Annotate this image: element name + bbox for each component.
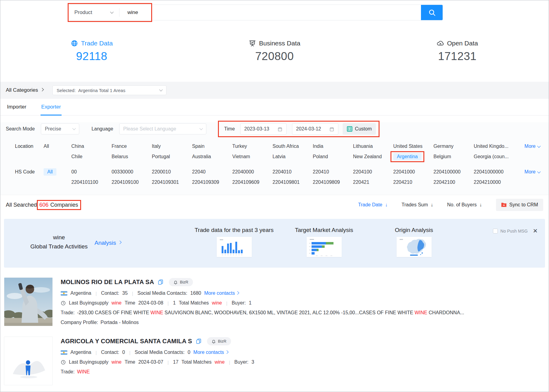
trade-description-row: Trade:-293,00 CASES OF FINE WHITE WINE S… <box>61 310 545 315</box>
location-option[interactable]: Belarus <box>112 154 152 159</box>
hs-code-option[interactable]: 2204109301 <box>152 180 192 185</box>
selected-label: Selected: <box>57 88 76 93</box>
hs-code-option[interactable] <box>44 180 71 185</box>
category-band: All Categories Selected: Argentina Total… <box>0 82 549 99</box>
calendar-icon <box>277 127 283 132</box>
location-option[interactable]: Belgium <box>433 154 474 159</box>
company-name[interactable]: MOLINOS RIO DE LA PLATA SA <box>61 279 154 286</box>
search-button[interactable] <box>421 5 443 20</box>
hs-code-option[interactable]: 2204210 <box>393 180 433 185</box>
stat-open-data[interactable]: Open Data 171231 <box>366 32 549 82</box>
banner-card-target-market[interactable]: Target Market Analysis <box>279 227 369 257</box>
company-illustration[interactable] <box>4 337 53 385</box>
hs-code-option[interactable]: 2204109809 <box>313 180 353 185</box>
language-select[interactable]: Please Select Language <box>119 123 206 134</box>
location-option[interactable]: Italy <box>152 144 192 149</box>
company-name[interactable]: AGRICOLA Y COMERCIAL SANTA CAMILA S <box>61 338 192 345</box>
location-option[interactable]: Georgia (coun... <box>474 154 514 159</box>
sort-trade-date[interactable]: Trade Date ↓ <box>358 202 387 208</box>
location-option[interactable]: United Kingdo... <box>474 144 514 149</box>
location-option[interactable]: Poland <box>313 154 353 159</box>
contact-count: 35 <box>122 290 128 296</box>
stat-label: Trade Data <box>81 40 113 47</box>
company-photo[interactable] <box>4 277 53 326</box>
location-more-link[interactable]: More <box>525 144 540 149</box>
hs-code-option[interactable]: 00330000 <box>112 169 152 175</box>
search-mode-select[interactable]: Precise <box>41 123 79 134</box>
hs-code-option[interactable]: 2204100 <box>353 169 393 175</box>
company-meta-row: Argentina | Contact: 35 | Social Media C… <box>61 290 545 296</box>
results-prefix: All Searched <box>6 202 37 208</box>
analysis-link[interactable]: Analysis <box>94 240 121 246</box>
location-option[interactable]: Chile <box>71 154 112 159</box>
search-type-label: Product <box>74 9 92 16</box>
time-label: Time <box>224 126 235 132</box>
custom-date-button[interactable]: Custom <box>343 123 376 135</box>
hs-code-option[interactable]: All <box>44 168 71 176</box>
location-option[interactable]: Vietnam <box>232 154 273 159</box>
stat-value: 720800 <box>255 50 294 63</box>
hs-code-option[interactable]: 00 <box>71 169 112 175</box>
location-option[interactable]: All <box>44 144 71 149</box>
stat-trade-data[interactable]: Trade Data 92118 <box>0 32 183 82</box>
location-option[interactable] <box>44 154 71 159</box>
banner-card-trade-data[interactable]: Trade data for the past 3 years <box>187 227 281 257</box>
stat-business-data[interactable]: Business Data 720800 <box>183 32 366 82</box>
sort-trades-sum[interactable]: Trades Sum ↓ <box>401 202 433 208</box>
location-option[interactable]: Spain <box>192 144 232 149</box>
hs-code-option[interactable]: 2204101100 <box>71 180 112 185</box>
bell-icon <box>212 339 216 344</box>
hs-code-more-link[interactable]: More <box>525 169 540 175</box>
keyword-highlight: wine <box>112 359 122 365</box>
hs-code-option[interactable]: 2204210000 <box>474 180 514 185</box>
location-option[interactable]: Australia <box>192 154 232 159</box>
hs-code-option[interactable]: 2204100000 <box>433 169 474 175</box>
close-icon[interactable]: ✕ <box>533 228 538 234</box>
bizr-badge[interactable]: BizR <box>169 278 193 286</box>
hs-code-option[interactable]: 2204109609 <box>232 180 273 185</box>
date-to-input[interactable]: 2024-03-12 <box>292 123 338 135</box>
location-option[interactable]: Germany <box>433 144 474 149</box>
company-report-icon[interactable] <box>196 338 201 344</box>
location-option[interactable]: Argentina <box>393 153 433 160</box>
hs-code-option[interactable]: 2204109801 <box>273 180 313 185</box>
hs-code-option[interactable]: 22041000000 <box>474 169 514 175</box>
selected-areas-dropdown[interactable]: Selected: Argentina Total 1 Areas <box>52 85 166 95</box>
hs-code-option[interactable]: 2204109309 <box>192 180 232 185</box>
more-contacts-link[interactable]: More contacts <box>204 290 239 296</box>
sync-to-crm-button[interactable]: Sync to CRM <box>496 199 543 211</box>
results-header: All Searched 606 Companies Trade Date ↓ … <box>0 195 549 215</box>
search-type-dropdown[interactable]: Product <box>68 5 119 20</box>
more-contacts-link[interactable]: More contacts <box>193 350 228 355</box>
location-option[interactable]: United States <box>393 144 433 149</box>
tab-exporter[interactable]: Exporter <box>41 99 61 115</box>
banner-card-origin[interactable]: Origin Analysis <box>370 227 458 257</box>
hs-code-option[interactable]: 2204010 <box>273 169 313 175</box>
tab-importer[interactable]: Importer <box>6 99 27 115</box>
hs-code-option[interactable]: 22042100 <box>433 180 474 185</box>
hs-code-option[interactable]: 2200010 <box>152 169 192 175</box>
hs-code-option[interactable]: 220421 <box>353 180 393 185</box>
hs-code-option[interactable]: 220410 <box>313 169 353 175</box>
all-categories-link[interactable]: All Categories <box>6 87 43 93</box>
hs-code-option[interactable]: 22040000 <box>232 169 273 175</box>
location-option[interactable]: Latvia <box>273 154 313 159</box>
bizr-badge[interactable]: BizR <box>207 337 231 345</box>
hs-code-option[interactable]: 22041000 <box>393 169 433 175</box>
location-option[interactable]: Portugal <box>152 154 192 159</box>
no-push-checkbox[interactable] <box>493 229 498 233</box>
company-report-icon[interactable] <box>158 279 163 285</box>
date-from-input[interactable]: 2023-03-13 <box>240 123 287 135</box>
sort-no-of-buyers[interactable]: No. of Buyers ↓ <box>447 202 482 208</box>
location-option[interactable]: South Africa <box>273 144 313 149</box>
search-input[interactable] <box>119 5 421 20</box>
hs-code-option[interactable]: 22040 <box>192 169 232 175</box>
location-option[interactable]: China <box>71 144 112 149</box>
date-to-value: 2024-03-12 <box>296 126 321 132</box>
location-option[interactable]: France <box>112 144 152 149</box>
location-option[interactable]: Turkey <box>232 144 273 149</box>
hs-code-option[interactable]: 2204109100 <box>112 180 152 185</box>
location-option[interactable]: New Zealand <box>353 154 393 159</box>
location-option[interactable]: India <box>313 144 353 149</box>
location-option[interactable]: Lithuania <box>353 144 393 149</box>
